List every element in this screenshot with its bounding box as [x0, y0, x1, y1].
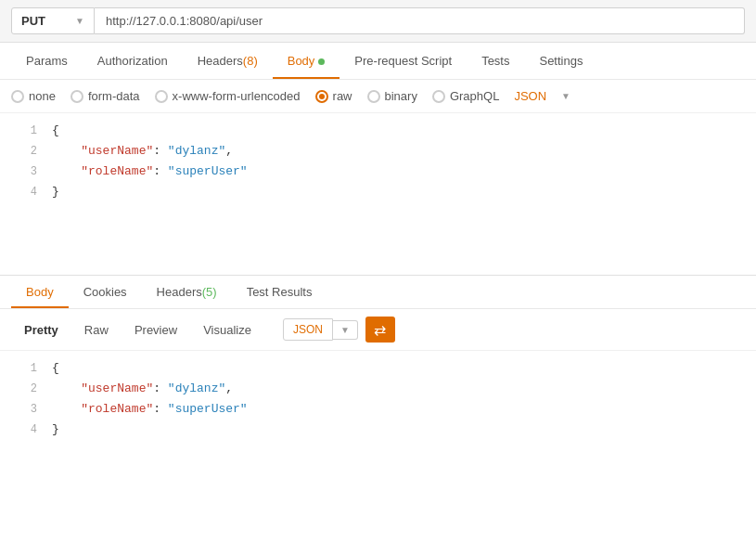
tab-headers[interactable]: Headers(8) [183, 43, 273, 79]
radio-raw [315, 90, 328, 103]
resp-format-btn[interactable]: JSON [283, 318, 333, 341]
response-tabs: Body Cookies Headers(5) Test Results [0, 276, 756, 309]
tab-settings[interactable]: Settings [524, 43, 597, 79]
body-type-row: none form-data x-www-form-urlencoded raw… [0, 80, 756, 113]
req-line-4: 4 } [0, 182, 756, 202]
line-num-1: 1 [11, 121, 37, 141]
resp-line-4: 4 } [0, 420, 756, 440]
resp-line-1: 1 { [0, 358, 756, 379]
radio-graphql [432, 90, 445, 103]
tab-body[interactable]: Body [273, 43, 340, 79]
method-label: PUT [21, 14, 45, 28]
body-type-none[interactable]: none [11, 89, 56, 103]
body-type-formdata[interactable]: form-data [70, 89, 140, 103]
resp-line-2: 2 "userName": "dylanz", [0, 379, 756, 399]
radio-none [11, 90, 24, 103]
wrap-icon: ⇄ [374, 321, 386, 339]
url-input[interactable] [95, 7, 745, 34]
resp-subtab-raw[interactable]: Raw [71, 318, 122, 342]
body-type-graphql[interactable]: GraphQL [432, 89, 499, 103]
radio-urlencoded [155, 90, 168, 103]
url-bar: PUT ▼ [0, 0, 756, 43]
resp-tab-body[interactable]: Body [11, 276, 69, 308]
resp-format-arrow-icon[interactable]: ▼ [333, 320, 358, 340]
resp-tab-testresults[interactable]: Test Results [232, 276, 327, 308]
response-section: Body Cookies Headers(5) Test Results Pre… [0, 276, 756, 447]
method-chevron-icon: ▼ [75, 16, 84, 26]
json-format-arrow-icon[interactable]: ▼ [561, 91, 570, 101]
tab-authorization[interactable]: Authorization [83, 43, 183, 79]
req-line-1: 1 { [0, 121, 756, 141]
resp-subtab-preview[interactable]: Preview [122, 318, 190, 342]
line-num-3: 3 [11, 162, 37, 182]
line-num-2: 2 [11, 141, 37, 162]
body-type-binary[interactable]: binary [367, 89, 417, 103]
body-dot [318, 58, 325, 65]
resp-subtab-pretty[interactable]: Pretty [11, 318, 71, 342]
resp-tab-cookies[interactable]: Cookies [69, 276, 142, 308]
radio-binary [367, 90, 380, 103]
resp-line-num-4: 4 [11, 420, 37, 440]
body-type-urlencoded[interactable]: x-www-form-urlencoded [155, 89, 301, 103]
wrap-response-button[interactable]: ⇄ [365, 317, 395, 343]
resp-line-num-3: 3 [11, 399, 37, 420]
resp-tab-headers[interactable]: Headers(5) [142, 276, 232, 308]
req-line-2: 2 "userName": "dylanz", [0, 141, 756, 162]
request-code-editor[interactable]: 1 { 2 "userName": "dylanz", 3 "roleName"… [0, 113, 756, 276]
body-type-raw[interactable]: raw [315, 89, 352, 103]
resp-format-container: JSON ▼ [283, 318, 358, 341]
method-selector[interactable]: PUT ▼ [11, 7, 95, 34]
resp-line-num-2: 2 [11, 379, 37, 399]
req-line-3: 3 "roleName": "superUser" [0, 162, 756, 182]
tab-prerequest[interactable]: Pre-request Script [340, 43, 467, 79]
resp-subtab-visualize[interactable]: Visualize [190, 318, 264, 342]
response-code-editor: 1 { 2 "userName": "dylanz", 3 "roleName"… [0, 351, 756, 447]
resp-line-3: 3 "roleName": "superUser" [0, 399, 756, 420]
tab-params[interactable]: Params [11, 43, 83, 79]
json-format-label: JSON [514, 89, 546, 103]
top-tabs: Params Authorization Headers(8) Body Pre… [0, 43, 756, 80]
tab-tests[interactable]: Tests [467, 43, 524, 79]
resp-subtabs: Pretty Raw Preview Visualize JSON ▼ ⇄ [0, 309, 756, 351]
resp-line-num-1: 1 [11, 358, 37, 379]
radio-formdata [70, 90, 83, 103]
line-num-4: 4 [11, 182, 37, 202]
